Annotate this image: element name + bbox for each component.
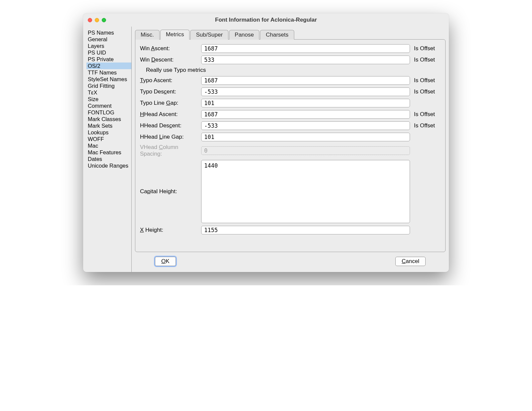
capital-height-input[interactable]: 1440 bbox=[201, 160, 410, 223]
sidebar-item-ps-uid[interactable]: PS UID bbox=[86, 49, 131, 56]
sidebar-item-fontlog[interactable]: FONTLOG bbox=[86, 109, 131, 116]
typo-ascent-offset-checkbox[interactable]: Is Offset bbox=[414, 77, 441, 84]
sidebar-item-general[interactable]: General bbox=[86, 36, 131, 43]
sidebar-item-mac[interactable]: Mac bbox=[86, 142, 131, 149]
window-title: Font Information for Aclonica-Regular bbox=[83, 17, 449, 23]
sidebar-item-mac-features[interactable]: Mac Features bbox=[86, 149, 131, 156]
metrics-panel: Win Ascent: Is Offset Win Descent: Is Of… bbox=[135, 39, 446, 252]
sidebar-item-lookups[interactable]: Lookups bbox=[86, 129, 131, 136]
tab-misc-[interactable]: Misc. bbox=[135, 30, 160, 40]
sidebar-item-comment[interactable]: Comment bbox=[86, 102, 131, 109]
x-height-label: X Height: bbox=[140, 227, 199, 233]
font-info-window: Font Information for Aclonica-Regular PS… bbox=[83, 13, 449, 272]
win-ascent-offset-checkbox[interactable]: Is Offset bbox=[414, 45, 441, 52]
sidebar-item-size[interactable]: Size bbox=[86, 96, 131, 102]
sidebar-item-ttf-names[interactable]: TTF Names bbox=[86, 69, 131, 76]
hhead-ascent-offset-checkbox[interactable]: Is Offset bbox=[414, 111, 441, 118]
win-ascent-input[interactable] bbox=[201, 44, 410, 53]
sidebar-item-os-2[interactable]: OS/2 bbox=[86, 63, 131, 69]
minimize-icon[interactable] bbox=[95, 18, 99, 22]
sidebar-item-ps-names[interactable]: PS Names bbox=[86, 29, 131, 36]
hhead-ascent-label: HHead Ascent: bbox=[140, 111, 199, 118]
tab-metrics[interactable]: Metrics bbox=[160, 30, 190, 40]
main-panel: Misc.MetricsSub/SuperPanoseCharsets Win … bbox=[132, 27, 449, 272]
sidebar-item-styleset-names[interactable]: StyleSet Names bbox=[86, 76, 131, 82]
win-descent-input[interactable] bbox=[201, 56, 410, 64]
cancel-button[interactable]: Cancel bbox=[395, 257, 426, 266]
typo-ascent-label: Typo Ascent: bbox=[140, 77, 199, 84]
really-use-typo-label: Really use Typo metrics bbox=[146, 67, 206, 73]
hhead-descent-label: HHead Descent: bbox=[140, 122, 199, 129]
sidebar-item-unicode-ranges[interactable]: Unicode Ranges bbox=[86, 162, 131, 169]
sidebar-item-ps-private[interactable]: PS Private bbox=[86, 56, 131, 63]
hhead-ascent-input[interactable] bbox=[201, 110, 410, 119]
tab-panose[interactable]: Panose bbox=[229, 30, 260, 40]
zoom-icon[interactable] bbox=[102, 18, 106, 22]
win-descent-offset-checkbox[interactable]: Is Offset bbox=[414, 57, 441, 63]
ok-button[interactable]: OK bbox=[155, 257, 176, 266]
vhead-col-spacing-input bbox=[201, 146, 410, 155]
sidebar: PS NamesGeneralLayersPS UIDPS PrivateOS/… bbox=[83, 27, 132, 272]
typo-descent-offset-checkbox[interactable]: Is Offset bbox=[414, 88, 441, 95]
typo-descent-input[interactable] bbox=[201, 87, 410, 96]
traffic-lights bbox=[88, 18, 106, 22]
sidebar-item-dates[interactable]: Dates bbox=[86, 156, 131, 162]
hhead-descent-input[interactable] bbox=[201, 121, 410, 130]
vhead-col-spacing-label: VHead Column Spacing: bbox=[140, 144, 199, 157]
capital-height-label: Capital Height: bbox=[140, 160, 199, 223]
typo-line-gap-input[interactable] bbox=[201, 99, 410, 107]
typo-descent-label: Typo Descent: bbox=[140, 88, 199, 95]
typo-line-gap-label: Typo Line Gap: bbox=[140, 100, 199, 106]
sidebar-item-mark-classes[interactable]: Mark Classes bbox=[86, 116, 131, 122]
close-icon[interactable] bbox=[88, 18, 92, 22]
tab-sub-super[interactable]: Sub/Super bbox=[190, 30, 228, 40]
win-descent-label: Win Descent: bbox=[140, 57, 199, 63]
x-height-input[interactable] bbox=[201, 226, 410, 234]
titlebar: Font Information for Aclonica-Regular bbox=[83, 13, 449, 27]
sidebar-item-layers[interactable]: Layers bbox=[86, 43, 131, 49]
sidebar-item-woff[interactable]: WOFF bbox=[86, 136, 131, 142]
hhead-line-gap-input[interactable] bbox=[201, 133, 410, 141]
typo-ascent-input[interactable] bbox=[201, 76, 410, 85]
really-use-typo-checkbox[interactable]: Really use Typo metrics bbox=[146, 67, 441, 73]
tab-charsets[interactable]: Charsets bbox=[260, 30, 294, 40]
sidebar-item-t-x[interactable]: TεX bbox=[86, 89, 131, 96]
sidebar-item-mark-sets[interactable]: Mark Sets bbox=[86, 122, 131, 129]
dialog-footer: OK Cancel bbox=[135, 252, 446, 272]
win-ascent-label: Win Ascent: bbox=[140, 45, 199, 52]
hhead-descent-offset-checkbox[interactable]: Is Offset bbox=[414, 122, 441, 129]
tab-strip: Misc.MetricsSub/SuperPanoseCharsets bbox=[135, 29, 446, 39]
hhead-line-gap-label: HHead Line Gap: bbox=[140, 134, 199, 140]
sidebar-item-grid-fitting[interactable]: Grid Fitting bbox=[86, 82, 131, 89]
